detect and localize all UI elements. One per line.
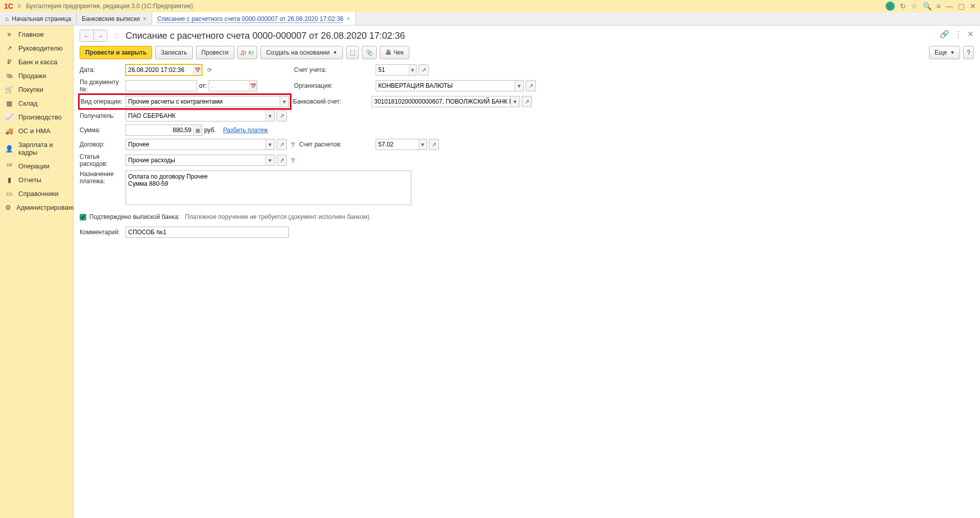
settings-icon[interactable]: ≡ (937, 2, 941, 10)
open-ref-button[interactable]: ↗ (526, 80, 536, 91)
date-input[interactable]: 26.08.2020 17:02:36 📅 (126, 64, 202, 76)
contract-input[interactable]: Прочее ▼ (126, 139, 275, 150)
forward-button[interactable]: → (93, 30, 107, 41)
more-icon[interactable]: ⋮ (954, 30, 962, 39)
org-label: Организация: (294, 82, 376, 89)
help-icon[interactable]: ? (291, 157, 295, 164)
dropdown-icon[interactable]: ▼ (265, 139, 274, 150)
sidebar-item-5[interactable]: ▦Склад (0, 96, 73, 110)
document-title: Списание с расчетного счета 0000-000007 … (126, 31, 405, 41)
tab-close-icon[interactable]: × (143, 15, 146, 22)
calendar-icon[interactable]: 📅 (193, 65, 202, 75)
confirmed-checkbox[interactable] (80, 214, 86, 220)
split-payment-link[interactable]: Разбить платеж (223, 127, 268, 134)
tab-close-icon[interactable]: × (347, 15, 350, 22)
settlement-input[interactable]: 57.02 ▼ (376, 139, 427, 150)
link-icon[interactable]: 🔗 (940, 30, 949, 39)
expense-input[interactable]: Прочие расходы ▼ (126, 155, 275, 166)
notification-icon[interactable]: ▲ (886, 2, 895, 11)
post-button[interactable]: Провести (196, 46, 234, 59)
open-ref-button[interactable]: ↗ (277, 155, 287, 166)
more-button[interactable]: Еще▼ (929, 46, 960, 59)
sidebar-item-12[interactable]: ⚙Администрирование (0, 201, 73, 214)
search-icon[interactable]: 🔍 (923, 2, 932, 10)
sidebar-label: Главное (18, 31, 44, 38)
sidebar-item-0[interactable]: ≡Главное (0, 28, 73, 41)
sidebar-item-1[interactable]: ↗Руководителю (0, 41, 73, 55)
minimize-icon[interactable]: — (946, 2, 953, 10)
app-title: Бухгалтерия предприятия, редакция 3.0 (1… (26, 3, 886, 10)
help-button[interactable]: ? (963, 46, 974, 59)
sidebar-item-2[interactable]: ₽Банк и касса (0, 55, 73, 69)
receipt-button[interactable]: 🖶Чек (380, 46, 409, 59)
refresh-date-icon[interactable]: ⟳ (204, 64, 214, 76)
dtkt-button[interactable]: ДтКт (237, 46, 258, 59)
sidebar-item-9[interactable]: ᴰᴷОперации (0, 159, 73, 173)
confirmed-row: Подтверждено выпиской банка: Платежное п… (80, 213, 974, 220)
header-right-icons: 🔗 ⋮ ✕ (940, 30, 974, 39)
bank-acc-input[interactable]: 30101810200000000607, ПОВОЛЖСКИЙ БАНК ПА… (372, 96, 520, 107)
recipient-input[interactable]: ПАО СБЕРБАНК ▼ (126, 110, 275, 121)
star-icon[interactable]: ☆ (911, 2, 918, 10)
sidebar-item-7[interactable]: 🚚ОС и НМА (0, 124, 73, 138)
sidebar-item-8[interactable]: 👤Зарплата и кадры (0, 138, 73, 159)
attach-button[interactable]: 📎 (362, 46, 377, 59)
home-icon: ⌂ (5, 15, 9, 22)
doc-num-input[interactable] (126, 80, 197, 91)
bank-acc-label: Банковский счет: (290, 98, 372, 105)
dropdown-icon[interactable]: ▼ (265, 155, 274, 165)
open-ref-button[interactable]: ↗ (277, 110, 287, 121)
sidebar-item-4[interactable]: 🛒Покупки (0, 83, 73, 96)
tab-bank-statements[interactable]: Банковские выписки × (77, 12, 152, 25)
account-input[interactable]: 51 ▼ (376, 64, 416, 76)
sidebar-item-6[interactable]: 📈Производство (0, 110, 73, 124)
confirmed-note: Платежное поручение не требуется (докуме… (185, 213, 370, 220)
dropdown-icon[interactable]: ▼ (280, 96, 288, 107)
favorite-star-icon[interactable]: ☆ (112, 30, 120, 41)
currency-label: руб. (204, 127, 216, 134)
org-input[interactable]: КОНВЕРТАЦИЯ ВАЛЮТЫ ▼ (376, 80, 524, 91)
logo-1c: 1C (4, 2, 13, 10)
sum-input[interactable]: 880,59 ▦ (126, 125, 202, 136)
structure-button[interactable]: ⬚ (346, 46, 359, 59)
dropdown-icon[interactable]: ▼ (409, 65, 416, 75)
maximize-icon[interactable]: ▢ (958, 2, 965, 10)
op-type-input[interactable]: Прочие расчеты с контрагентами ▼ (126, 96, 289, 107)
hamburger-icon[interactable]: ≡ (17, 3, 21, 10)
dropdown-icon[interactable]: ▼ (265, 111, 274, 121)
close-panel-icon[interactable]: ✕ (967, 30, 974, 39)
sidebar-label: Справочники (18, 190, 59, 198)
sidebar-item-11[interactable]: ▭Справочники (0, 187, 73, 201)
sidebar-label: Операции (18, 162, 50, 170)
open-ref-button[interactable]: ↗ (429, 139, 439, 150)
doc-date-input[interactable]: . . 📅 (209, 80, 257, 91)
history-icon[interactable]: ↻ (900, 2, 906, 10)
purpose-textarea[interactable] (126, 170, 411, 205)
titlebar-icons: ▲ ↻ ☆ 🔍 ≡ — ▢ ✕ (886, 2, 976, 11)
calculator-icon[interactable]: ▦ (193, 125, 202, 135)
create-based-button[interactable]: Создать на основании▼ (260, 46, 342, 59)
doc-num-label: По документу №: (80, 79, 126, 93)
dropdown-icon[interactable]: ▼ (510, 96, 519, 107)
back-button[interactable]: ← (80, 30, 93, 41)
tab-home[interactable]: ⌂ Начальная страница (0, 12, 77, 25)
sidebar-item-10[interactable]: ▮Отчеты (0, 173, 73, 187)
printer-icon: 🖶 (385, 49, 391, 56)
sidebar-label: ОС и НМА (18, 127, 51, 135)
tab-document[interactable]: Списание с расчетного счета 0000-000007 … (152, 12, 356, 25)
calendar-icon[interactable]: 📅 (249, 81, 257, 91)
comment-input[interactable] (126, 227, 289, 238)
expense-label: Статья расходов: (80, 153, 126, 167)
close-icon[interactable]: ✕ (970, 2, 976, 10)
sidebar-item-3[interactable]: 🛍Продажи (0, 69, 73, 83)
open-ref-button[interactable]: ↗ (522, 96, 532, 107)
save-button[interactable]: Записать (155, 46, 192, 59)
dropdown-icon[interactable]: ▼ (514, 81, 523, 91)
sidebar-icon: ₽ (5, 58, 13, 66)
dropdown-icon[interactable]: ▼ (419, 139, 426, 150)
operation-type-row-highlight: Вид операции: Прочие расчеты с контраген… (78, 93, 291, 110)
open-ref-button[interactable]: ↗ (277, 139, 287, 150)
help-icon[interactable]: ? (291, 141, 295, 149)
post-and-close-button[interactable]: Провести и закрыть (80, 46, 152, 59)
open-ref-button[interactable]: ↗ (419, 64, 429, 76)
